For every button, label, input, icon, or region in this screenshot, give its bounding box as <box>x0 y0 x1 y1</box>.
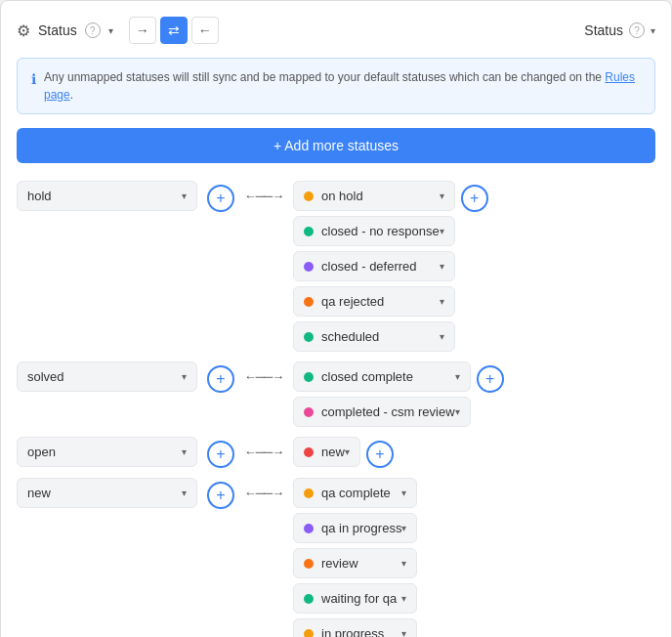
plus-left-solved[interactable]: + <box>207 365 234 393</box>
left-select-chevron-hold: ▾ <box>182 191 187 201</box>
left-col-new-left: new▾ <box>17 478 197 508</box>
left-select-chevron-new-left: ▾ <box>182 488 187 498</box>
status-label-closed-deferred: closed - deferred <box>321 259 417 274</box>
left-select-new-left[interactable]: new▾ <box>17 478 197 508</box>
status-left-completed-csm-review: completed - csm review <box>304 404 455 419</box>
status-chevron-qa-in-progress: ▾ <box>401 523 406 533</box>
left-select-solved[interactable]: solved▾ <box>17 361 197 392</box>
info-banner: ℹ Any unmapped statuses will still sync … <box>17 58 655 114</box>
right-row-wrap-open: new ▾ + <box>293 437 394 468</box>
right-item-closed-deferred[interactable]: closed - deferred ▾ <box>293 251 455 281</box>
left-select-hold[interactable]: hold▾ <box>17 181 197 211</box>
right-item-scheduled[interactable]: scheduled ▾ <box>293 321 455 352</box>
right-items-open: new ▾ <box>293 437 360 467</box>
header-row: ⚙ Status ? ▾ → ⇄ ← Status ? ▾ <box>17 17 655 44</box>
plus-left-new-left[interactable]: + <box>207 482 234 509</box>
plus-left-hold[interactable]: + <box>207 185 234 212</box>
left-select-label-hold: hold <box>27 189 52 203</box>
status-dot-review <box>304 559 314 569</box>
arrow-connector-hold: ←──→ <box>244 181 283 203</box>
plus-left-open[interactable]: + <box>207 441 234 468</box>
status-chevron-review: ▾ <box>401 558 406 569</box>
status-dot-on-hold <box>304 191 314 201</box>
arrow-both-button[interactable]: ⇄ <box>160 17 188 44</box>
add-more-statuses-button[interactable]: + Add more statuses <box>17 128 655 163</box>
status-label-qa-in-progress: qa in progress <box>321 521 401 535</box>
status-left-closed-deferred: closed - deferred <box>304 259 417 274</box>
status-dot-closed-no-response <box>304 227 314 236</box>
right-row-wrap-solved: closed complete ▾ completed - csm review… <box>293 361 504 427</box>
status-label-in-progress: in progress <box>321 626 384 637</box>
status-left-new: new <box>304 445 345 459</box>
status-label-on-hold: on hold <box>321 189 363 203</box>
right-item-review[interactable]: review ▾ <box>293 548 417 578</box>
plus-right-hold[interactable]: + <box>461 185 488 212</box>
status-dot-closed-deferred <box>304 262 314 272</box>
status-left-qa-in-progress: qa in progress <box>304 521 401 535</box>
status-left-waiting-for-qa: waiting for qa <box>304 591 397 606</box>
main-container: ⚙ Status ? ▾ → ⇄ ← Status ? ▾ ℹ Any unma… <box>0 0 672 637</box>
left-select-chevron-open: ▾ <box>182 446 187 457</box>
right-help-icon[interactable]: ? <box>629 22 645 38</box>
status-dot-qa-rejected <box>304 297 314 307</box>
status-left-qa-rejected: qa rejected <box>304 294 384 309</box>
status-chevron-closed-no-response: ▾ <box>440 226 444 236</box>
left-col-solved: solved▾ <box>17 361 197 392</box>
status-chevron-completed-csm-review: ▾ <box>455 406 460 417</box>
left-status-label: Status <box>38 22 77 38</box>
gear-icon: ⚙ <box>17 21 30 40</box>
status-label-review: review <box>321 556 358 571</box>
status-left-on-hold: on hold <box>304 189 363 203</box>
right-status-chevron[interactable]: ▾ <box>651 25 655 36</box>
status-chevron-scheduled: ▾ <box>440 331 444 342</box>
arrow-connector-open: ←──→ <box>244 437 283 459</box>
status-dot-scheduled <box>304 332 314 342</box>
mapping-row-solved: solved▾+←──→ closed complete ▾ completed… <box>17 361 655 427</box>
status-chevron-closed-deferred: ▾ <box>440 261 444 272</box>
right-item-closed-complete[interactable]: closed complete ▾ <box>293 361 471 392</box>
status-label-new: new <box>321 445 345 459</box>
right-row-wrap-hold: on hold ▾ closed - no response ▾ closed … <box>293 181 488 352</box>
plus-right-open[interactable]: + <box>366 441 394 468</box>
right-item-in-progress[interactable]: in progress ▾ <box>293 618 417 637</box>
status-chevron-in-progress: ▾ <box>401 628 406 637</box>
right-item-qa-complete[interactable]: qa complete ▾ <box>293 478 417 508</box>
left-select-label-solved: solved <box>27 369 64 384</box>
status-label-qa-rejected: qa rejected <box>321 294 384 309</box>
right-item-qa-rejected[interactable]: qa rejected ▾ <box>293 286 455 317</box>
status-chevron-qa-rejected: ▾ <box>440 296 444 307</box>
arrow-connector-solved: ←──→ <box>244 361 283 384</box>
status-label-qa-complete: qa complete <box>321 486 391 500</box>
mapping-row-hold: hold▾+←──→ on hold ▾ closed - no respons… <box>17 181 655 352</box>
right-item-waiting-for-qa[interactable]: waiting for qa ▾ <box>293 583 417 614</box>
right-item-completed-csm-review[interactable]: completed - csm review ▾ <box>293 397 471 427</box>
arrow-right-button[interactable]: → <box>129 17 156 44</box>
right-item-on-hold[interactable]: on hold ▾ <box>293 181 455 211</box>
status-left-in-progress: in progress <box>304 626 384 637</box>
left-select-chevron-solved: ▾ <box>182 371 187 382</box>
right-item-qa-in-progress[interactable]: qa in progress ▾ <box>293 513 417 543</box>
status-dot-qa-complete <box>304 488 314 498</box>
right-status-label: Status <box>584 22 623 38</box>
status-dot-qa-in-progress <box>304 524 314 533</box>
right-row-wrap-new-left: qa complete ▾ qa in progress ▾ review ▾ … <box>293 478 417 637</box>
left-help-icon[interactable]: ? <box>85 22 101 38</box>
status-chevron-new: ▾ <box>345 446 350 457</box>
left-status-chevron[interactable]: ▾ <box>108 25 113 36</box>
status-left-qa-complete: qa complete <box>304 486 391 500</box>
status-label-closed-complete: closed complete <box>321 369 413 384</box>
status-chevron-on-hold: ▾ <box>440 191 444 201</box>
right-item-new[interactable]: new ▾ <box>293 437 360 467</box>
arrow-left-button[interactable]: ← <box>191 17 219 44</box>
status-left-closed-no-response: closed - no response <box>304 224 440 238</box>
status-left-scheduled: scheduled <box>304 329 379 344</box>
status-dot-waiting-for-qa <box>304 594 314 604</box>
status-dot-new <box>304 447 314 457</box>
info-text: Any unmapped statuses will still sync an… <box>44 68 641 104</box>
right-status-group: Status ? ▾ <box>584 22 655 38</box>
info-icon: ℹ <box>31 69 36 90</box>
right-item-closed-no-response[interactable]: closed - no response ▾ <box>293 216 455 246</box>
left-select-open[interactable]: open▾ <box>17 437 197 467</box>
left-select-label-new-left: new <box>27 486 51 500</box>
plus-right-solved[interactable]: + <box>477 365 504 393</box>
